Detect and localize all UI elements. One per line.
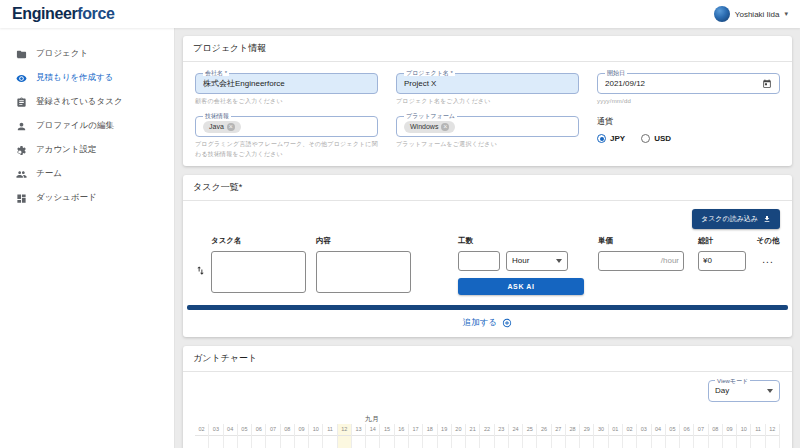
company-input-box: 会社名 * <box>195 73 378 94</box>
gantt-date-column: 07 <box>694 424 708 448</box>
company-field: 会社名 * 顧客の会社名をご入力ください <box>195 73 378 106</box>
folder-icon <box>16 49 27 60</box>
platform-label: プラットフォーム <box>404 113 457 119</box>
unit-price-input[interactable] <box>598 251 684 271</box>
total-column: 総計 <box>698 236 746 271</box>
sidebar-item-registered-tasks[interactable]: 登録されているタスク <box>0 90 174 114</box>
task-name-textarea[interactable] <box>211 251 306 293</box>
project-name-helper: プロジェクト名をご入力ください <box>396 97 579 106</box>
chip-remove-icon[interactable]: × <box>441 123 449 131</box>
tech-chip-label: Java <box>209 123 224 130</box>
add-task-button[interactable]: 追加する <box>195 310 780 337</box>
sidebar-item-dashboard[interactable]: ダッシュボード <box>0 186 174 210</box>
chip-remove-icon[interactable]: × <box>227 123 235 131</box>
gantt-date-column: 12 <box>338 424 352 448</box>
platform-chip-label: Windows <box>410 123 438 130</box>
platform-input-box[interactable]: プラットフォーム Windows × <box>396 116 579 137</box>
man-hours-column: 工数 Hour ASK AI <box>458 236 584 295</box>
sidebar-item-label: アカウント設定 <box>36 144 97 156</box>
gantt-body: Viewモード Day 九月 0203040506070809101112131… <box>183 372 792 448</box>
project-info-card: プロジェクト情報 会社名 * 顧客の会社名をご入力ください プロジェクト名 * … <box>183 36 792 166</box>
gantt-date-column: 05 <box>666 424 680 448</box>
task-content-textarea[interactable] <box>316 251 411 293</box>
sidebar-item-edit-profile[interactable]: プロファイルの編集 <box>0 114 174 138</box>
sidebar-item-label: プロファイルの編集 <box>36 120 114 132</box>
project-info-title: プロジェクト情報 <box>183 36 792 62</box>
platform-chip[interactable]: Windows × <box>404 121 455 133</box>
gantt-date-column: 30 <box>594 424 608 448</box>
platform-helper: プラットフォームをご選択ください <box>396 140 579 149</box>
sidebar-item-label: 見積もりを作成する <box>36 72 114 84</box>
view-mode-row: Viewモード Day <box>195 380 780 402</box>
top-header: Engineerforce Yoshiaki Iida ▾ <box>0 0 800 28</box>
ask-ai-button[interactable]: ASK AI <box>458 278 584 295</box>
tech-label: 技術情報 <box>203 113 231 119</box>
sidebar-item-team[interactable]: チーム <box>0 162 174 186</box>
tech-field: 技術情報 Java × プログラミング言語やフレームワーク、その他プロジェクトに… <box>195 116 378 159</box>
gantt-date-column: 15 <box>380 424 394 448</box>
gantt-date-column: 27 <box>552 424 566 448</box>
start-date-label: 開始日 <box>605 70 627 76</box>
sidebar-item-label: チーム <box>36 168 62 180</box>
load-tasks-button[interactable]: タスクの読み込み <box>692 209 780 229</box>
company-label: 会社名 * <box>203 70 229 76</box>
eye-icon <box>16 73 27 84</box>
gantt-date-column: 06 <box>252 424 266 448</box>
task-name-column: タスク名 <box>211 236 306 293</box>
company-input[interactable] <box>203 79 370 88</box>
load-row: タスクの読み込み <box>195 205 780 236</box>
currency-radio-jpy[interactable]: JPY <box>597 134 625 143</box>
platform-field: プラットフォーム Windows × プラットフォームをご選択ください <box>396 116 579 159</box>
gantt-date-column: 14 <box>366 424 380 448</box>
sidebar-item-create-estimate[interactable]: 見積もりを作成する <box>0 66 174 90</box>
task-list-card: タスク一覧* タスクの読み込み タスク名 <box>183 175 792 337</box>
man-hours-input[interactable] <box>458 251 500 271</box>
project-name-field: プロジェクト名 * プロジェクト名をご入力ください <box>396 73 579 106</box>
currency-label: 通貨 <box>597 116 780 127</box>
gantt-date-column: 29 <box>580 424 594 448</box>
gear-icon <box>16 145 27 156</box>
app-root: Engineerforce Yoshiaki Iida ▾ プロジェクト 見積も… <box>0 0 800 448</box>
load-icon <box>763 215 771 223</box>
gantt-month-label: 九月 <box>365 414 379 424</box>
other-column: その他 ... <box>756 236 780 269</box>
start-date-input[interactable] <box>605 79 762 88</box>
gantt-date-column: 13 <box>352 424 366 448</box>
task-row: タスク名 内容 工数 Hour <box>195 236 780 295</box>
gantt-grid: 0203040506070809101112131415161718192021… <box>195 424 780 448</box>
app-logo: Engineerforce <box>12 5 114 23</box>
gantt-date-column: 22 <box>480 424 494 448</box>
currency-radio-usd[interactable]: USD <box>641 134 671 143</box>
assignment-icon <box>16 97 27 108</box>
gantt-date-column: 21 <box>466 424 480 448</box>
drag-handle[interactable] <box>195 236 211 280</box>
radio-unselected-icon <box>641 134 650 143</box>
tech-input-box[interactable]: 技術情報 Java × <box>195 116 378 137</box>
currency-option-label: JPY <box>610 134 625 143</box>
calendar-icon[interactable] <box>762 79 772 89</box>
chevron-down-icon <box>556 259 562 263</box>
gantt-date-column: 26 <box>537 424 551 448</box>
chevron-down-icon: ▾ <box>784 10 788 18</box>
sidebar-item-projects[interactable]: プロジェクト <box>0 42 174 66</box>
project-name-input[interactable] <box>404 79 571 88</box>
sidebar-item-account-settings[interactable]: アカウント設定 <box>0 138 174 162</box>
tech-chip[interactable]: Java × <box>203 121 241 133</box>
task-name-header: タスク名 <box>211 236 306 246</box>
gantt-date-column: 17 <box>409 424 423 448</box>
gantt-date-column: 10 <box>737 424 751 448</box>
total-input[interactable] <box>698 251 746 271</box>
gantt-date-column: 25 <box>523 424 537 448</box>
unit-price-column: 単価 <box>598 236 684 271</box>
hour-unit-select[interactable]: Hour <box>506 251 568 271</box>
chevron-down-icon <box>767 389 773 393</box>
logo-text-bold: Engineer <box>12 5 77 22</box>
more-options-button[interactable]: ... <box>762 251 773 269</box>
project-info-body: 会社名 * 顧客の会社名をご入力ください プロジェクト名 * プロジェクト名をご… <box>183 62 792 166</box>
view-mode-select[interactable]: Viewモード Day <box>708 380 780 402</box>
tech-helper: プログラミング言語やフレームワーク、その他プロジェクトに関わる技術情報をご入力く… <box>195 140 378 159</box>
gantt-date-column: 24 <box>509 424 523 448</box>
user-menu[interactable]: Yoshiaki Iida ▾ <box>714 6 788 22</box>
view-mode-value: Day <box>715 386 729 395</box>
gantt-date-column: 10 <box>309 424 323 448</box>
